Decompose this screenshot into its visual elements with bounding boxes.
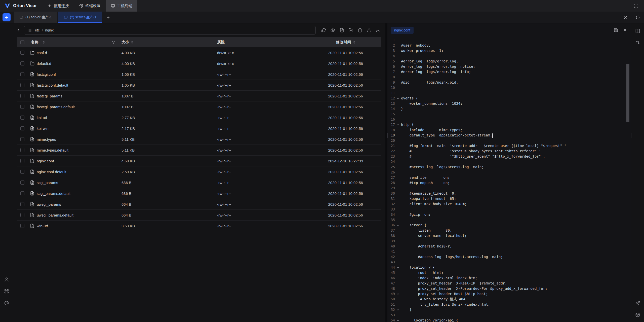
table-row[interactable]: conf.d 4.00 KB drwxr-xr-x 2020-11-01 10:… (17, 47, 381, 58)
eye-button[interactable] (329, 26, 337, 34)
breadcrumb-menu-button[interactable] (27, 27, 32, 33)
fold-toggle-icon[interactable] (395, 291, 401, 297)
send-button[interactable] (633, 299, 642, 308)
code-line[interactable]: 7 #error_log logs/error.log info; (387, 69, 631, 75)
col-mtime-label[interactable]: 修改时间 (336, 40, 351, 45)
code-line[interactable]: 43 (387, 260, 631, 265)
back-button[interactable] (14, 26, 22, 34)
swap-button[interactable] (633, 38, 642, 47)
code-line[interactable]: 20 (387, 138, 631, 143)
code-line[interactable]: 12 events { (387, 96, 631, 101)
code-line[interactable]: 1 (387, 38, 631, 43)
code-line[interactable]: 35 (387, 217, 631, 223)
row-checkbox[interactable] (20, 202, 24, 206)
fold-toggle-icon[interactable] (395, 265, 401, 270)
fold-toggle-icon[interactable] (395, 318, 401, 322)
table-row[interactable]: koi-utf 2.77 KB -rw-r--r-- 2020-11-01 10… (17, 112, 381, 123)
code-line[interactable]: 28 #tcp_nopush on; (387, 180, 631, 186)
terminal-tab[interactable]: (1) server-生产-1 (14, 12, 57, 23)
filter-icon[interactable] (112, 40, 115, 44)
code-line[interactable]: 44 location / { (387, 265, 631, 270)
code-line[interactable]: 2 #user nobody; (387, 43, 631, 48)
code-line[interactable]: 47 proxy_set_header X-Real-IP $remote_ad… (387, 281, 631, 286)
code-line[interactable]: 14 } (387, 106, 631, 112)
code-line[interactable]: 25 #access_log logs/access.log main; (387, 164, 631, 170)
upload-button[interactable] (365, 26, 373, 34)
code-line[interactable]: 6 #error_log logs/error.log notice; (387, 64, 631, 69)
code-line[interactable]: 10 (387, 85, 631, 90)
row-checkbox[interactable] (20, 94, 24, 98)
code-line[interactable]: 39 (387, 238, 631, 244)
row-checkbox[interactable] (20, 61, 24, 65)
row-checkbox[interactable] (20, 137, 24, 141)
code-line[interactable]: 51 try_files $uri $uri/ /index.html; (387, 302, 631, 307)
row-checkbox[interactable] (20, 148, 24, 152)
code-line[interactable]: 26 (387, 170, 631, 175)
row-checkbox[interactable] (20, 105, 24, 109)
table-row[interactable]: win-utf 3.53 KB -rw-r--r-- 2020-11-01 10… (17, 221, 381, 231)
code-line[interactable]: 42 #access_log logs/host.access.log main… (387, 254, 631, 260)
table-row[interactable]: scgi_params.default 636 B -rw-r--r-- 202… (17, 188, 381, 199)
code-line[interactable]: 8 (387, 75, 631, 80)
editor-file-tab[interactable]: nginx.conf (391, 27, 414, 34)
table-row[interactable]: koi-win 2.17 KB -rw-r--r-- 2020-11-01 10… (17, 123, 381, 134)
editor-scrollbar[interactable] (626, 64, 629, 122)
close-panel-button[interactable] (621, 13, 630, 22)
row-checkbox[interactable] (20, 213, 24, 217)
path-segment[interactable]: nginx (45, 28, 54, 32)
code-line[interactable]: 49 proxy_set_header Host $http_host; (387, 291, 631, 297)
download-button[interactable] (374, 26, 382, 34)
code-line[interactable]: 48 proxy_set_header X-Forwarded-For $pro… (387, 286, 631, 291)
code-line[interactable]: 17 http { (387, 122, 631, 127)
code-line[interactable]: 9 #pid logs/nginx.pid; (387, 80, 631, 85)
file-plus-button[interactable] (338, 26, 346, 34)
fullscreen-button[interactable] (631, 1, 640, 10)
code-line[interactable]: 32 client_max_body_size 1048m; (387, 201, 631, 207)
trash-button[interactable] (356, 26, 364, 34)
code-line[interactable]: 30 #keepalive_timeout 0; (387, 191, 631, 196)
folder-plus-button[interactable] (347, 26, 355, 34)
code-line[interactable]: 54 location /orion/api { (387, 318, 631, 322)
row-checkbox[interactable] (20, 51, 24, 55)
code-line[interactable]: 41 (387, 249, 631, 254)
code-line[interactable]: 18 include mime.types; (387, 127, 631, 133)
table-row[interactable]: fastcgi_params.default 1007 B -rw-r--r--… (17, 101, 381, 112)
settings-button[interactable] (2, 310, 11, 319)
table-row[interactable]: default.d 4.00 KB drwxr-xr-x 2020-11-01 … (17, 58, 381, 69)
table-row[interactable]: mime.types 5.11 KB -rw-r--r-- 2020-11-01… (17, 134, 381, 145)
row-checkbox[interactable] (20, 126, 24, 130)
fold-toggle-icon[interactable] (395, 122, 401, 127)
row-checkbox[interactable] (20, 83, 24, 87)
topbar-nav-new-connection[interactable]: 新建连接 (42, 0, 74, 12)
row-checkbox[interactable] (20, 191, 24, 195)
code-line[interactable]: 53 (387, 312, 631, 318)
theme-button[interactable] (2, 299, 11, 308)
refresh-button[interactable] (320, 26, 328, 34)
save-button[interactable] (612, 26, 620, 34)
code-line[interactable]: 3 worker_processes 1; (387, 48, 631, 53)
code-line[interactable]: 37 listen 80; (387, 228, 631, 233)
row-checkbox[interactable] (20, 224, 24, 228)
code-line[interactable]: 36 server { (387, 223, 631, 228)
select-all-checkbox[interactable] (20, 40, 24, 44)
table-row[interactable]: fastcgi_params 1007 B -rw-r--r-- 2020-11… (17, 91, 381, 101)
table-row[interactable]: uwsgi_params 664 B -rw-r--r-- 2020-11-01… (17, 199, 381, 210)
code-line[interactable]: 38 server_name localhost; (387, 233, 631, 238)
code-line[interactable]: 22 # '$status $body_bytes_sent "$http_re… (387, 149, 631, 154)
topbar-nav-terminal-settings[interactable]: 终端设置 (74, 0, 106, 12)
sort-name-icon[interactable] (43, 41, 45, 44)
code-line[interactable]: 16 (387, 117, 631, 122)
code-line[interactable]: 11 (387, 90, 631, 96)
add-tab-button[interactable] (104, 13, 112, 22)
code-line[interactable]: 52 } (387, 307, 631, 312)
panel-button[interactable] (633, 26, 642, 35)
code-line[interactable]: 23 # '"$http_user_agent" "$http_x_forwar… (387, 154, 631, 159)
code-line[interactable]: 29 (387, 186, 631, 191)
row-checkbox[interactable] (20, 181, 24, 185)
code-line[interactable]: 21 #log_format main '$remote_addr - $rem… (387, 143, 631, 149)
topbar-nav-host-terminal[interactable]: 主机终端 (106, 0, 137, 12)
row-checkbox[interactable] (20, 116, 24, 120)
code-line[interactable]: 46 index index.html index.htm; (387, 275, 631, 281)
row-checkbox[interactable] (20, 159, 24, 163)
table-row[interactable]: nginx.conf.default 2.59 KB -rw-r--r-- 20… (17, 166, 381, 177)
